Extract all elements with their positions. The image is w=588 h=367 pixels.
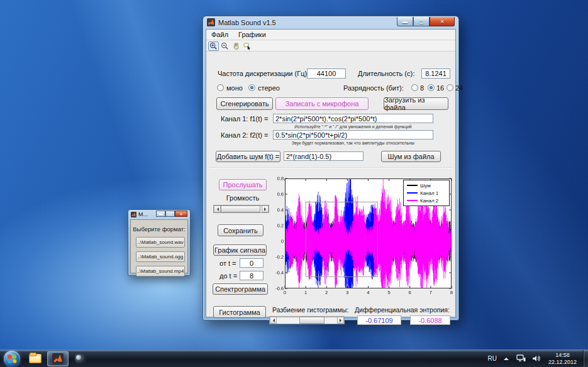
taskbar-matlab-button[interactable] (47, 351, 69, 366)
data-cursor-button[interactable] (242, 41, 253, 51)
signal-plot-button[interactable]: График сигнала (213, 244, 267, 256)
pan-hand-icon (232, 42, 240, 50)
add-noise-button[interactable]: Добавить шум f(t) = (216, 151, 280, 162)
noise-from-file-button[interactable]: Шум из файла (381, 151, 441, 162)
t-from-field[interactable] (240, 258, 263, 268)
dialog-close-button[interactable]: ✕ (175, 211, 187, 217)
legend-item-channel1: Канал 1 (407, 189, 447, 197)
format-ogg-button[interactable]: ..\Matlab_sound.ogg (136, 251, 185, 262)
pan-button[interactable] (231, 41, 241, 51)
hidden-icons-chevron-icon[interactable] (504, 355, 509, 360)
t-to-label: до t = (219, 272, 237, 280)
maximize-button[interactable]: ▢ (413, 17, 430, 26)
taskbar-camera-button[interactable] (70, 351, 91, 366)
bins-slider-thumb[interactable] (299, 317, 325, 324)
volume-slider-thumb[interactable] (221, 205, 260, 212)
histogram-bins-label: Разбиение гистограммы: (272, 306, 348, 314)
dialog-body: Выберите формат: ..\Matlab_sound.wav ..\… (130, 219, 188, 273)
channel2-line-swatch (407, 200, 418, 201)
histogram-button[interactable]: Гистограмма (213, 306, 266, 318)
duration-label: Длительность (с): (358, 70, 414, 77)
language-indicator[interactable]: RU (484, 355, 501, 362)
figure-toolbar (206, 41, 455, 52)
volume-slider[interactable] (213, 205, 269, 213)
tray-time: 14:58 (548, 352, 577, 359)
duration-field[interactable] (421, 68, 450, 79)
slider-left-arrow-icon[interactable] (214, 205, 221, 212)
bits-16-label: 16 (436, 84, 444, 92)
dialog-titlebar[interactable]: M... ▬ ▢ ✕ (128, 210, 190, 219)
desktop: M... ▬ ▢ ✕ Выберите формат: ..\Matlab_so… (0, 0, 588, 367)
format-dialog-window: M... ▬ ▢ ✕ Выберите формат: ..\Matlab_so… (128, 209, 191, 276)
menubar: Файл Графики (206, 30, 455, 40)
entropy-value-channel1: -0.67109 (357, 315, 401, 325)
bits-24-label: 24 (455, 84, 463, 92)
window-titlebar[interactable]: Matlab Sound v1.5 ▬ ▢ ✕ (203, 16, 458, 29)
stereo-label: стерео (258, 84, 280, 92)
play-button[interactable]: Прослушать (219, 179, 267, 190)
record-button[interactable]: Записать с микрофона (275, 97, 369, 110)
matlab-sound-window: Matlab Sound v1.5 ▬ ▢ ✕ Файл Графики (202, 16, 459, 320)
close-icon: ✕ (179, 212, 182, 216)
legend-item-noise: Шум (407, 182, 447, 189)
dialog-title: M... (138, 211, 148, 217)
zoom-out-button[interactable] (219, 41, 230, 51)
generate-button[interactable]: Сгенерировать (216, 97, 273, 110)
matlab-icon (52, 353, 64, 364)
minimize-button[interactable]: ▬ (397, 17, 413, 26)
zoom-in-button[interactable] (208, 41, 219, 51)
histogram-bins-slider[interactable] (269, 316, 345, 324)
entropy-value-channel2: -0.6088 (410, 315, 450, 325)
signal-plot[interactable]: Шум Канал 1 Канал 2 (274, 173, 453, 296)
mono-radio[interactable] (217, 84, 224, 91)
save-button[interactable]: Сохранить (218, 224, 263, 236)
t-to-field[interactable] (240, 271, 263, 280)
noise-line-swatch (407, 185, 418, 186)
menu-file[interactable]: Файл (206, 31, 233, 38)
slider-right-arrow-icon[interactable] (262, 205, 269, 212)
tray-date: 22.12.2012 (548, 359, 577, 366)
maximize-icon: ▢ (169, 212, 172, 216)
camera-icon (75, 354, 86, 364)
channel2-formula-field[interactable] (273, 130, 433, 140)
dialog-minimize-button[interactable]: ▬ (156, 211, 165, 217)
start-button[interactable] (4, 351, 20, 367)
bits-8-radio[interactable] (411, 84, 418, 91)
channel1-formula-field[interactable] (273, 114, 433, 123)
slider-right-arrow-icon[interactable] (337, 317, 344, 324)
load-file-button[interactable]: Загрузить из файла (384, 97, 448, 110)
format-wav-button[interactable]: ..\Matlab_sound.wav (136, 237, 185, 248)
channel2-label: Канал 2: f2(t) = (221, 131, 268, 139)
plot-legend: Шум Канал 1 Канал 2 (403, 180, 450, 206)
divider (209, 167, 452, 168)
taskbar: RU 14:58 22.12.2012 (0, 349, 588, 367)
volume-tray-button[interactable] (532, 354, 540, 363)
show-desktop-button[interactable] (583, 350, 588, 367)
stereo-radio[interactable] (248, 84, 255, 91)
noise-formula-field[interactable] (284, 151, 363, 161)
speaker-icon (532, 354, 540, 363)
taskbar-explorer-button[interactable] (25, 351, 46, 366)
slider-left-arrow-icon[interactable] (270, 317, 277, 324)
sample-rate-field[interactable] (307, 68, 346, 79)
sample-rate-label: Частота дискретизации (Гц): (218, 70, 309, 77)
bits-16-radio[interactable] (428, 84, 435, 91)
menu-graphs[interactable]: Графики (233, 31, 271, 38)
zoom-in-icon (209, 42, 218, 50)
taskbar-clock[interactable]: 14:58 22.12.2012 (543, 352, 582, 366)
spectrogram-button[interactable]: Спектрограмма (213, 283, 268, 295)
window-title: Matlab Sound v1.5 (218, 19, 276, 26)
data-cursor-icon (243, 42, 252, 50)
format-mp4-button[interactable]: ..\Matlab_sound.mp4 (136, 266, 185, 277)
network-tray-button[interactable] (516, 354, 526, 363)
system-tray: RU 14:58 22.12.2012 (484, 350, 588, 367)
t-from-label: от t = (219, 260, 236, 267)
dialog-maximize-button[interactable]: ▢ (165, 211, 175, 217)
maximize-icon: ▢ (419, 19, 424, 25)
entropy-label: Дифференциальная энтропия: (355, 306, 450, 314)
channel1-label: Канал 1: f1(t) = (221, 115, 268, 123)
bits-24-radio[interactable] (447, 84, 453, 91)
close-button[interactable]: ✕ (430, 17, 455, 26)
explorer-folder-icon (29, 354, 42, 363)
window-client-area: Файл Графики Частота дискретизации (Гц): (206, 29, 456, 317)
